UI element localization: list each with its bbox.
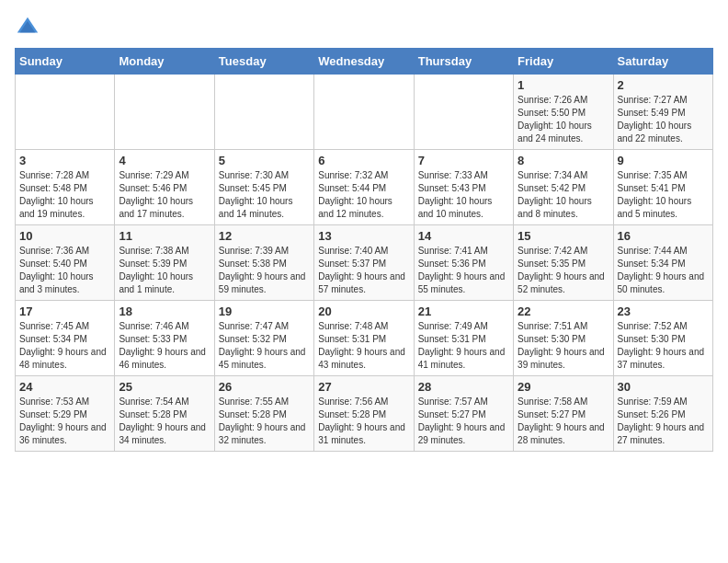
day-header: Thursday: [414, 49, 513, 75]
day-number: 11: [119, 229, 210, 243]
logo: [15, 15, 44, 40]
calendar-day-cell: 7Sunrise: 7:33 AM Sunset: 5:43 PM Daylig…: [414, 150, 513, 225]
calendar-day-cell: 26Sunrise: 7:55 AM Sunset: 5:28 PM Dayli…: [214, 376, 313, 452]
calendar-day-cell: 3Sunrise: 7:28 AM Sunset: 5:48 PM Daylig…: [16, 150, 115, 225]
calendar-day-cell: 6Sunrise: 7:32 AM Sunset: 5:44 PM Daylig…: [314, 150, 414, 225]
day-number: 29: [518, 380, 609, 394]
day-number: 30: [618, 380, 709, 394]
day-number: 22: [518, 304, 609, 318]
day-number: 5: [219, 154, 310, 167]
calendar-week-row: 24Sunrise: 7:53 AM Sunset: 5:29 PM Dayli…: [16, 376, 713, 452]
calendar-day-cell: 25Sunrise: 7:54 AM Sunset: 5:28 PM Dayli…: [115, 376, 214, 452]
day-info: Sunrise: 7:57 AM Sunset: 5:27 PM Dayligh…: [418, 396, 509, 447]
day-info: Sunrise: 7:47 AM Sunset: 5:32 PM Dayligh…: [219, 320, 310, 372]
calendar-day-cell: 18Sunrise: 7:46 AM Sunset: 5:33 PM Dayli…: [115, 301, 214, 376]
day-number: 13: [318, 229, 409, 243]
day-number: 28: [418, 380, 509, 394]
calendar-day-cell: 28Sunrise: 7:57 AM Sunset: 5:27 PM Dayli…: [414, 376, 513, 452]
day-number: 7: [418, 154, 509, 167]
day-number: 20: [318, 304, 409, 318]
calendar-day-cell: [214, 75, 313, 150]
day-info: Sunrise: 7:44 AM Sunset: 5:34 PM Dayligh…: [618, 245, 709, 296]
day-info: Sunrise: 7:53 AM Sunset: 5:29 PM Dayligh…: [19, 396, 110, 447]
day-number: 18: [119, 304, 210, 318]
day-info: Sunrise: 7:55 AM Sunset: 5:28 PM Dayligh…: [219, 396, 310, 447]
day-header: Tuesday: [214, 49, 313, 75]
calendar-day-cell: [16, 75, 115, 150]
calendar-day-cell: 24Sunrise: 7:53 AM Sunset: 5:29 PM Dayli…: [16, 376, 115, 452]
day-info: Sunrise: 7:36 AM Sunset: 5:40 PM Dayligh…: [19, 245, 110, 296]
day-number: 2: [618, 78, 709, 92]
day-info: Sunrise: 7:35 AM Sunset: 5:41 PM Dayligh…: [618, 169, 709, 221]
day-header: Monday: [115, 49, 214, 75]
day-number: 26: [219, 380, 310, 394]
calendar-day-cell: 13Sunrise: 7:40 AM Sunset: 5:37 PM Dayli…: [314, 225, 414, 301]
calendar-day-cell: 22Sunrise: 7:51 AM Sunset: 5:30 PM Dayli…: [514, 301, 613, 376]
calendar-day-cell: 12Sunrise: 7:39 AM Sunset: 5:38 PM Dayli…: [214, 225, 313, 301]
day-number: 4: [119, 154, 210, 167]
day-number: 3: [19, 154, 110, 167]
calendar-day-cell: 27Sunrise: 7:56 AM Sunset: 5:28 PM Dayli…: [314, 376, 414, 452]
day-info: Sunrise: 7:45 AM Sunset: 5:34 PM Dayligh…: [19, 320, 110, 372]
day-info: Sunrise: 7:46 AM Sunset: 5:33 PM Dayligh…: [119, 320, 210, 372]
calendar-day-cell: 1Sunrise: 7:26 AM Sunset: 5:50 PM Daylig…: [514, 75, 613, 150]
day-info: Sunrise: 7:30 AM Sunset: 5:45 PM Dayligh…: [219, 169, 310, 221]
calendar-week-row: 17Sunrise: 7:45 AM Sunset: 5:34 PM Dayli…: [16, 301, 713, 376]
day-info: Sunrise: 7:42 AM Sunset: 5:35 PM Dayligh…: [518, 245, 609, 296]
day-number: 9: [618, 154, 709, 167]
logo-icon: [15, 15, 40, 40]
calendar-day-cell: 17Sunrise: 7:45 AM Sunset: 5:34 PM Dayli…: [16, 301, 115, 376]
day-header: Friday: [514, 49, 613, 75]
calendar-week-row: 3Sunrise: 7:28 AM Sunset: 5:48 PM Daylig…: [16, 150, 713, 225]
day-number: 16: [618, 229, 709, 243]
day-header: Saturday: [613, 49, 712, 75]
calendar-day-cell: 29Sunrise: 7:58 AM Sunset: 5:27 PM Dayli…: [514, 376, 613, 452]
calendar-day-cell: 21Sunrise: 7:49 AM Sunset: 5:31 PM Dayli…: [414, 301, 513, 376]
day-number: 8: [518, 154, 609, 167]
day-number: 15: [518, 229, 609, 243]
calendar-day-cell: 20Sunrise: 7:48 AM Sunset: 5:31 PM Dayli…: [314, 301, 414, 376]
day-number: 24: [19, 380, 110, 394]
day-info: Sunrise: 7:38 AM Sunset: 5:39 PM Dayligh…: [119, 245, 210, 296]
day-info: Sunrise: 7:59 AM Sunset: 5:26 PM Dayligh…: [618, 396, 709, 447]
calendar-day-cell: 8Sunrise: 7:34 AM Sunset: 5:42 PM Daylig…: [514, 150, 613, 225]
calendar-day-cell: 11Sunrise: 7:38 AM Sunset: 5:39 PM Dayli…: [115, 225, 214, 301]
calendar-day-cell: 14Sunrise: 7:41 AM Sunset: 5:36 PM Dayli…: [414, 225, 513, 301]
day-info: Sunrise: 7:51 AM Sunset: 5:30 PM Dayligh…: [518, 320, 609, 372]
calendar-day-cell: [414, 75, 513, 150]
day-info: Sunrise: 7:28 AM Sunset: 5:48 PM Dayligh…: [19, 169, 110, 221]
day-info: Sunrise: 7:29 AM Sunset: 5:46 PM Dayligh…: [119, 169, 210, 221]
calendar-day-cell: 10Sunrise: 7:36 AM Sunset: 5:40 PM Dayli…: [16, 225, 115, 301]
day-number: 25: [119, 380, 210, 394]
calendar-day-cell: 30Sunrise: 7:59 AM Sunset: 5:26 PM Dayli…: [613, 376, 712, 452]
calendar-table: SundayMondayTuesdayWednesdayThursdayFrid…: [15, 48, 713, 452]
calendar-week-row: 1Sunrise: 7:26 AM Sunset: 5:50 PM Daylig…: [16, 75, 713, 150]
calendar-day-cell: 19Sunrise: 7:47 AM Sunset: 5:32 PM Dayli…: [214, 301, 313, 376]
day-number: 19: [219, 304, 310, 318]
calendar-day-cell: 4Sunrise: 7:29 AM Sunset: 5:46 PM Daylig…: [115, 150, 214, 225]
day-info: Sunrise: 7:27 AM Sunset: 5:49 PM Dayligh…: [618, 94, 709, 145]
day-number: 21: [418, 304, 509, 318]
day-info: Sunrise: 7:48 AM Sunset: 5:31 PM Dayligh…: [318, 320, 409, 372]
header-row: SundayMondayTuesdayWednesdayThursdayFrid…: [16, 49, 713, 75]
calendar-week-row: 10Sunrise: 7:36 AM Sunset: 5:40 PM Dayli…: [16, 225, 713, 301]
day-info: Sunrise: 7:41 AM Sunset: 5:36 PM Dayligh…: [418, 245, 509, 296]
calendar-day-cell: [115, 75, 214, 150]
day-number: 10: [19, 229, 110, 243]
day-info: Sunrise: 7:56 AM Sunset: 5:28 PM Dayligh…: [318, 396, 409, 447]
day-number: 17: [19, 304, 110, 318]
day-header: Sunday: [16, 49, 115, 75]
day-header: Wednesday: [314, 49, 414, 75]
page-header: [15, 15, 713, 40]
day-info: Sunrise: 7:34 AM Sunset: 5:42 PM Dayligh…: [518, 169, 609, 221]
day-info: Sunrise: 7:58 AM Sunset: 5:27 PM Dayligh…: [518, 396, 609, 447]
calendar-day-cell: 23Sunrise: 7:52 AM Sunset: 5:30 PM Dayli…: [613, 301, 712, 376]
day-info: Sunrise: 7:26 AM Sunset: 5:50 PM Dayligh…: [518, 94, 609, 145]
day-info: Sunrise: 7:54 AM Sunset: 5:28 PM Dayligh…: [119, 396, 210, 447]
day-info: Sunrise: 7:49 AM Sunset: 5:31 PM Dayligh…: [418, 320, 509, 372]
calendar-day-cell: [314, 75, 414, 150]
calendar-day-cell: 2Sunrise: 7:27 AM Sunset: 5:49 PM Daylig…: [613, 75, 712, 150]
day-info: Sunrise: 7:40 AM Sunset: 5:37 PM Dayligh…: [318, 245, 409, 296]
calendar-day-cell: 16Sunrise: 7:44 AM Sunset: 5:34 PM Dayli…: [613, 225, 712, 301]
day-number: 14: [418, 229, 509, 243]
